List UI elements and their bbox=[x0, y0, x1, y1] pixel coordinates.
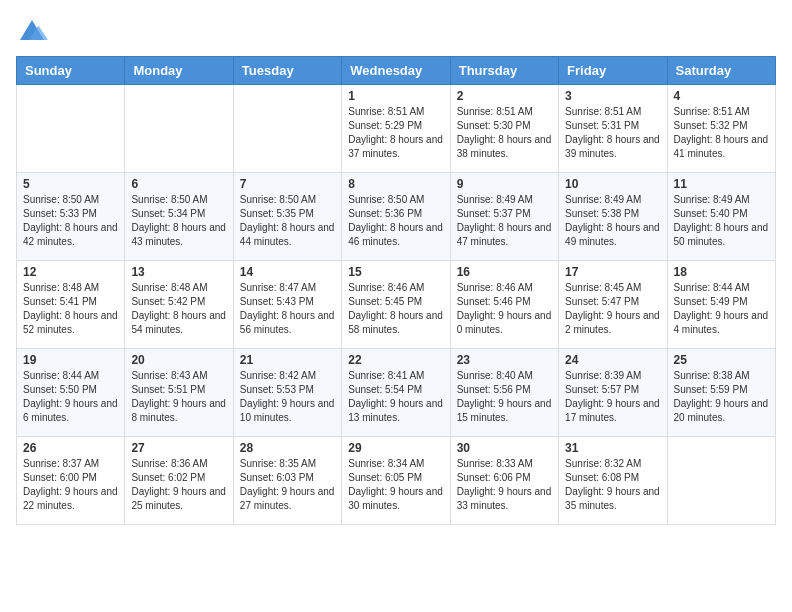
day-number: 1 bbox=[348, 89, 443, 103]
day-info: Sunrise: 8:51 AM Sunset: 5:31 PM Dayligh… bbox=[565, 105, 660, 161]
day-info: Sunrise: 8:32 AM Sunset: 6:08 PM Dayligh… bbox=[565, 457, 660, 513]
calendar-cell: 19Sunrise: 8:44 AM Sunset: 5:50 PM Dayli… bbox=[17, 349, 125, 437]
day-info: Sunrise: 8:51 AM Sunset: 5:32 PM Dayligh… bbox=[674, 105, 769, 161]
day-info: Sunrise: 8:40 AM Sunset: 5:56 PM Dayligh… bbox=[457, 369, 552, 425]
day-number: 26 bbox=[23, 441, 118, 455]
calendar-cell: 29Sunrise: 8:34 AM Sunset: 6:05 PM Dayli… bbox=[342, 437, 450, 525]
day-number: 21 bbox=[240, 353, 335, 367]
day-info: Sunrise: 8:42 AM Sunset: 5:53 PM Dayligh… bbox=[240, 369, 335, 425]
calendar-cell: 2Sunrise: 8:51 AM Sunset: 5:30 PM Daylig… bbox=[450, 85, 558, 173]
calendar-cell: 3Sunrise: 8:51 AM Sunset: 5:31 PM Daylig… bbox=[559, 85, 667, 173]
week-row-3: 12Sunrise: 8:48 AM Sunset: 5:41 PM Dayli… bbox=[17, 261, 776, 349]
day-number: 4 bbox=[674, 89, 769, 103]
calendar-cell bbox=[667, 437, 775, 525]
day-info: Sunrise: 8:46 AM Sunset: 5:45 PM Dayligh… bbox=[348, 281, 443, 337]
weekday-header-thursday: Thursday bbox=[450, 57, 558, 85]
calendar-cell: 18Sunrise: 8:44 AM Sunset: 5:49 PM Dayli… bbox=[667, 261, 775, 349]
calendar-cell: 23Sunrise: 8:40 AM Sunset: 5:56 PM Dayli… bbox=[450, 349, 558, 437]
day-info: Sunrise: 8:44 AM Sunset: 5:49 PM Dayligh… bbox=[674, 281, 769, 337]
day-info: Sunrise: 8:51 AM Sunset: 5:29 PM Dayligh… bbox=[348, 105, 443, 161]
weekday-header-wednesday: Wednesday bbox=[342, 57, 450, 85]
calendar-cell: 24Sunrise: 8:39 AM Sunset: 5:57 PM Dayli… bbox=[559, 349, 667, 437]
day-number: 31 bbox=[565, 441, 660, 455]
calendar-cell: 26Sunrise: 8:37 AM Sunset: 6:00 PM Dayli… bbox=[17, 437, 125, 525]
calendar-cell: 10Sunrise: 8:49 AM Sunset: 5:38 PM Dayli… bbox=[559, 173, 667, 261]
day-info: Sunrise: 8:48 AM Sunset: 5:41 PM Dayligh… bbox=[23, 281, 118, 337]
calendar-cell: 1Sunrise: 8:51 AM Sunset: 5:29 PM Daylig… bbox=[342, 85, 450, 173]
day-number: 3 bbox=[565, 89, 660, 103]
weekday-header-sunday: Sunday bbox=[17, 57, 125, 85]
calendar-cell: 13Sunrise: 8:48 AM Sunset: 5:42 PM Dayli… bbox=[125, 261, 233, 349]
calendar-cell: 21Sunrise: 8:42 AM Sunset: 5:53 PM Dayli… bbox=[233, 349, 341, 437]
day-info: Sunrise: 8:50 AM Sunset: 5:34 PM Dayligh… bbox=[131, 193, 226, 249]
day-number: 7 bbox=[240, 177, 335, 191]
calendar-cell bbox=[125, 85, 233, 173]
week-row-2: 5Sunrise: 8:50 AM Sunset: 5:33 PM Daylig… bbox=[17, 173, 776, 261]
calendar-cell: 15Sunrise: 8:46 AM Sunset: 5:45 PM Dayli… bbox=[342, 261, 450, 349]
day-info: Sunrise: 8:49 AM Sunset: 5:40 PM Dayligh… bbox=[674, 193, 769, 249]
logo-icon bbox=[16, 16, 48, 48]
day-number: 30 bbox=[457, 441, 552, 455]
day-number: 13 bbox=[131, 265, 226, 279]
day-info: Sunrise: 8:33 AM Sunset: 6:06 PM Dayligh… bbox=[457, 457, 552, 513]
day-info: Sunrise: 8:38 AM Sunset: 5:59 PM Dayligh… bbox=[674, 369, 769, 425]
calendar-cell: 7Sunrise: 8:50 AM Sunset: 5:35 PM Daylig… bbox=[233, 173, 341, 261]
day-info: Sunrise: 8:34 AM Sunset: 6:05 PM Dayligh… bbox=[348, 457, 443, 513]
calendar-cell: 5Sunrise: 8:50 AM Sunset: 5:33 PM Daylig… bbox=[17, 173, 125, 261]
calendar-cell: 16Sunrise: 8:46 AM Sunset: 5:46 PM Dayli… bbox=[450, 261, 558, 349]
day-info: Sunrise: 8:37 AM Sunset: 6:00 PM Dayligh… bbox=[23, 457, 118, 513]
day-info: Sunrise: 8:35 AM Sunset: 6:03 PM Dayligh… bbox=[240, 457, 335, 513]
day-info: Sunrise: 8:49 AM Sunset: 5:38 PM Dayligh… bbox=[565, 193, 660, 249]
day-number: 6 bbox=[131, 177, 226, 191]
calendar-cell: 8Sunrise: 8:50 AM Sunset: 5:36 PM Daylig… bbox=[342, 173, 450, 261]
day-number: 10 bbox=[565, 177, 660, 191]
week-row-1: 1Sunrise: 8:51 AM Sunset: 5:29 PM Daylig… bbox=[17, 85, 776, 173]
day-number: 8 bbox=[348, 177, 443, 191]
day-number: 29 bbox=[348, 441, 443, 455]
calendar-cell bbox=[233, 85, 341, 173]
day-info: Sunrise: 8:46 AM Sunset: 5:46 PM Dayligh… bbox=[457, 281, 552, 337]
day-number: 22 bbox=[348, 353, 443, 367]
day-number: 25 bbox=[674, 353, 769, 367]
weekday-header-tuesday: Tuesday bbox=[233, 57, 341, 85]
day-info: Sunrise: 8:36 AM Sunset: 6:02 PM Dayligh… bbox=[131, 457, 226, 513]
day-number: 16 bbox=[457, 265, 552, 279]
weekday-header-friday: Friday bbox=[559, 57, 667, 85]
calendar-cell: 25Sunrise: 8:38 AM Sunset: 5:59 PM Dayli… bbox=[667, 349, 775, 437]
calendar-cell: 6Sunrise: 8:50 AM Sunset: 5:34 PM Daylig… bbox=[125, 173, 233, 261]
day-number: 14 bbox=[240, 265, 335, 279]
day-info: Sunrise: 8:50 AM Sunset: 5:33 PM Dayligh… bbox=[23, 193, 118, 249]
day-number: 5 bbox=[23, 177, 118, 191]
calendar-table: SundayMondayTuesdayWednesdayThursdayFrid… bbox=[16, 56, 776, 525]
day-number: 23 bbox=[457, 353, 552, 367]
day-number: 9 bbox=[457, 177, 552, 191]
day-number: 11 bbox=[674, 177, 769, 191]
day-info: Sunrise: 8:51 AM Sunset: 5:30 PM Dayligh… bbox=[457, 105, 552, 161]
day-info: Sunrise: 8:44 AM Sunset: 5:50 PM Dayligh… bbox=[23, 369, 118, 425]
calendar-cell: 27Sunrise: 8:36 AM Sunset: 6:02 PM Dayli… bbox=[125, 437, 233, 525]
weekday-header-row: SundayMondayTuesdayWednesdayThursdayFrid… bbox=[17, 57, 776, 85]
day-number: 19 bbox=[23, 353, 118, 367]
weekday-header-monday: Monday bbox=[125, 57, 233, 85]
calendar-cell: 30Sunrise: 8:33 AM Sunset: 6:06 PM Dayli… bbox=[450, 437, 558, 525]
calendar-cell: 22Sunrise: 8:41 AM Sunset: 5:54 PM Dayli… bbox=[342, 349, 450, 437]
day-number: 2 bbox=[457, 89, 552, 103]
day-number: 18 bbox=[674, 265, 769, 279]
weekday-header-saturday: Saturday bbox=[667, 57, 775, 85]
week-row-4: 19Sunrise: 8:44 AM Sunset: 5:50 PM Dayli… bbox=[17, 349, 776, 437]
logo bbox=[16, 16, 52, 48]
calendar-cell bbox=[17, 85, 125, 173]
day-info: Sunrise: 8:41 AM Sunset: 5:54 PM Dayligh… bbox=[348, 369, 443, 425]
day-number: 24 bbox=[565, 353, 660, 367]
day-number: 17 bbox=[565, 265, 660, 279]
day-number: 28 bbox=[240, 441, 335, 455]
day-info: Sunrise: 8:45 AM Sunset: 5:47 PM Dayligh… bbox=[565, 281, 660, 337]
day-number: 20 bbox=[131, 353, 226, 367]
day-info: Sunrise: 8:48 AM Sunset: 5:42 PM Dayligh… bbox=[131, 281, 226, 337]
calendar-cell: 9Sunrise: 8:49 AM Sunset: 5:37 PM Daylig… bbox=[450, 173, 558, 261]
calendar-cell: 11Sunrise: 8:49 AM Sunset: 5:40 PM Dayli… bbox=[667, 173, 775, 261]
day-info: Sunrise: 8:50 AM Sunset: 5:36 PM Dayligh… bbox=[348, 193, 443, 249]
day-number: 27 bbox=[131, 441, 226, 455]
header bbox=[16, 16, 776, 48]
calendar-cell: 28Sunrise: 8:35 AM Sunset: 6:03 PM Dayli… bbox=[233, 437, 341, 525]
